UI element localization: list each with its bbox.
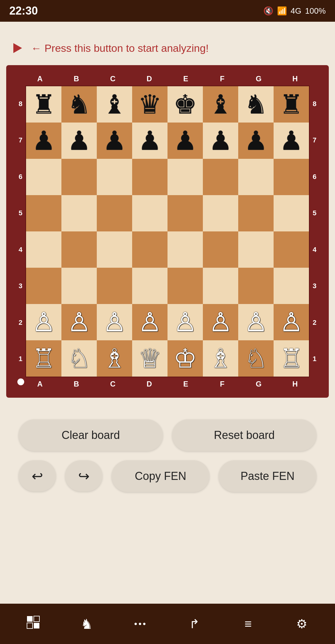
square-g4[interactable]: [238, 231, 274, 268]
square-c2[interactable]: ♙: [97, 304, 132, 340]
square-f6[interactable]: [203, 159, 238, 195]
square-g6[interactable]: [238, 159, 274, 195]
square-h8[interactable]: ♜: [274, 86, 309, 123]
square-c5[interactable]: [97, 195, 132, 231]
redo-button[interactable]: ↪: [65, 460, 102, 491]
square-b1[interactable]: ♘: [61, 340, 97, 377]
square-a4[interactable]: [26, 231, 61, 268]
nav-board[interactable]: [18, 611, 49, 636]
square-h5[interactable]: [274, 195, 309, 231]
col-label-f: F: [204, 74, 241, 83]
square-f1[interactable]: ♗: [203, 340, 238, 377]
piece-black-N-g8: ♞: [244, 91, 268, 118]
square-h1[interactable]: ♖: [274, 340, 309, 377]
piece-black-B-f8: ♝: [209, 91, 232, 118]
square-h7[interactable]: ♟: [274, 123, 309, 159]
square-b5[interactable]: [61, 195, 97, 231]
col-labels-bottom: A B C D E F G H: [22, 377, 313, 388]
fen-buttons-row: ↩ ↪ Copy FEN Paste FEN: [19, 460, 316, 492]
square-c3[interactable]: [97, 268, 132, 304]
square-c6[interactable]: [97, 159, 132, 195]
square-e5[interactable]: [168, 195, 203, 231]
row-label-6: 6: [16, 173, 25, 181]
play-icon: [11, 42, 23, 54]
square-d8[interactable]: ♛: [132, 86, 168, 123]
nav-more[interactable]: •••: [125, 611, 156, 636]
square-g2[interactable]: ♙: [238, 304, 274, 340]
svg-rect-2: [34, 616, 39, 622]
square-b3[interactable]: [61, 268, 97, 304]
reset-board-button[interactable]: Reset board: [172, 419, 316, 451]
square-f4[interactable]: [203, 231, 238, 268]
square-d5[interactable]: [132, 195, 168, 231]
square-a8[interactable]: ♜: [26, 86, 61, 123]
square-d3[interactable]: [132, 268, 168, 304]
square-f2[interactable]: ♙: [203, 304, 238, 340]
square-c1[interactable]: ♗: [97, 340, 132, 377]
row-labels-left: 8 7 6 5 4 3 2 1: [16, 86, 25, 377]
main-buttons-row: Clear board Reset board: [19, 419, 316, 451]
square-h3[interactable]: [274, 268, 309, 304]
piece-black-P-c7: ♟: [103, 127, 126, 154]
square-g1[interactable]: ♘: [238, 340, 274, 377]
col-label-g: G: [240, 74, 277, 83]
square-c8[interactable]: ♝: [97, 86, 132, 123]
square-b4[interactable]: [61, 231, 97, 268]
nav-settings[interactable]: ⚙: [286, 611, 317, 636]
square-a6[interactable]: [26, 159, 61, 195]
square-c4[interactable]: [97, 231, 132, 268]
square-h2[interactable]: ♙: [274, 304, 309, 340]
square-g8[interactable]: ♞: [238, 86, 274, 123]
square-e4[interactable]: [168, 231, 203, 268]
square-b7[interactable]: ♟: [61, 123, 97, 159]
col-label-bottom-f: F: [204, 380, 241, 388]
square-b8[interactable]: ♞: [61, 86, 97, 123]
square-h4[interactable]: [274, 231, 309, 268]
chessboard[interactable]: ♜♞♝♛♚♝♞♜♟♟♟♟♟♟♟♟♙♙♙♙♙♙♙♙♖♘♗♕♔♗♘♖: [25, 86, 310, 377]
square-d1[interactable]: ♕: [132, 340, 168, 377]
square-g5[interactable]: [238, 195, 274, 231]
piece-black-R-h8: ♜: [279, 91, 303, 118]
piece-black-P-e7: ♟: [173, 127, 197, 154]
square-g3[interactable]: [238, 268, 274, 304]
square-c7[interactable]: ♟: [97, 123, 132, 159]
square-f7[interactable]: ♟: [203, 123, 238, 159]
square-b2[interactable]: ♙: [61, 304, 97, 340]
square-f3[interactable]: [203, 268, 238, 304]
nav-analysis[interactable]: ↱: [179, 611, 210, 636]
copy-fen-button[interactable]: Copy FEN: [112, 460, 209, 492]
square-d7[interactable]: ♟: [132, 123, 168, 159]
square-e2[interactable]: ♙: [168, 304, 203, 340]
undo-button[interactable]: ↩: [19, 460, 56, 491]
square-h6[interactable]: [274, 159, 309, 195]
square-a3[interactable]: [26, 268, 61, 304]
square-d6[interactable]: [132, 159, 168, 195]
paste-fen-button[interactable]: Paste FEN: [219, 460, 316, 492]
play-button[interactable]: [9, 40, 25, 56]
square-b6[interactable]: [61, 159, 97, 195]
nav-pieces[interactable]: ♞: [71, 611, 102, 636]
square-d4[interactable]: [132, 231, 168, 268]
square-e7[interactable]: ♟: [168, 123, 203, 159]
square-g7[interactable]: ♟: [238, 123, 274, 159]
square-a2[interactable]: ♙: [26, 304, 61, 340]
clear-board-button[interactable]: Clear board: [19, 419, 163, 451]
square-e8[interactable]: ♚: [168, 86, 203, 123]
piece-white-P-e2: ♙: [173, 309, 197, 335]
square-e1[interactable]: ♔: [168, 340, 203, 377]
square-d2[interactable]: ♙: [132, 304, 168, 340]
piece-white-B-f1: ♗: [209, 345, 232, 372]
square-a1[interactable]: ♖: [26, 340, 61, 377]
piece-white-P-h2: ♙: [279, 309, 303, 335]
square-f5[interactable]: [203, 195, 238, 231]
status-time: 22:30: [9, 4, 38, 17]
square-f8[interactable]: ♝: [203, 86, 238, 123]
square-e3[interactable]: [168, 268, 203, 304]
square-a5[interactable]: [26, 195, 61, 231]
nav-moves[interactable]: ≡: [233, 611, 264, 636]
row-label-8: 8: [16, 100, 25, 108]
analyze-instruction: ← Press this button to start analyzing!: [31, 42, 209, 54]
square-a7[interactable]: ♟: [26, 123, 61, 159]
square-e6[interactable]: [168, 159, 203, 195]
undo-icon: ↩: [32, 468, 43, 484]
